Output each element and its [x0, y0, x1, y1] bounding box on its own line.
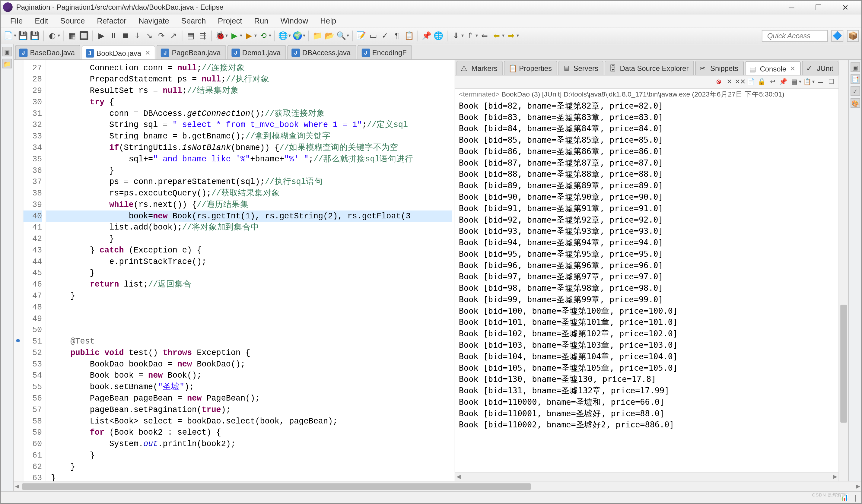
palette-icon[interactable]: 🎨 — [850, 98, 860, 108]
menu-edit[interactable]: Edit — [29, 15, 54, 27]
snip-icon: ✂ — [700, 64, 708, 72]
toggle-icon[interactable]: 🔲 — [78, 30, 89, 41]
minimize-button[interactable]: ─ — [778, 1, 805, 14]
run-last-icon[interactable]: ⟲ — [258, 30, 269, 41]
back-icon[interactable]: ⬅ — [491, 30, 502, 41]
resume-icon[interactable]: ▶ — [96, 30, 107, 41]
editor-tab[interactable]: JBookDao.java✕ — [81, 45, 156, 60]
open-task-icon[interactable]: 📂 — [324, 30, 335, 41]
web-browser-icon[interactable]: 🌐 — [433, 30, 444, 41]
menu-run[interactable]: Run — [248, 15, 274, 27]
debug-icon[interactable]: 🐞 — [215, 30, 226, 41]
menu-window[interactable]: Window — [275, 15, 314, 27]
outline-icon[interactable]: 📑 — [850, 75, 860, 84]
tab-label: EncodingF — [372, 48, 407, 57]
menu-file[interactable]: File — [4, 15, 29, 27]
drop-frame-icon[interactable]: ▤ — [185, 30, 196, 41]
prev-ann-icon[interactable]: ⇑ — [465, 30, 476, 41]
max-view-icon[interactable]: ☐ — [826, 77, 836, 87]
menu-help[interactable]: Help — [314, 15, 342, 27]
skip-breakpoints-icon[interactable]: ▦ — [67, 30, 78, 41]
step-filter-icon[interactable]: ⇶ — [197, 30, 208, 41]
view-tab-data-source-explorer[interactable]: 🗄Data Source Explorer — [605, 61, 694, 75]
editor-tab[interactable]: JPageBean.java — [157, 45, 226, 59]
close-tab-icon[interactable]: ✕ — [145, 49, 150, 57]
restore-view-icon[interactable]: ▣ — [2, 47, 12, 56]
min-view-icon[interactable]: ─ — [816, 77, 825, 87]
pin-console-icon[interactable]: 📌 — [779, 77, 788, 87]
step-over-icon[interactable]: ↷ — [156, 30, 167, 41]
code-area[interactable]: Connection conn = null;//连接对象 PreparedSt… — [46, 60, 455, 482]
project-explorer-icon[interactable]: 📁 — [2, 59, 12, 68]
menubar: FileEditSourceRefactorNavigateSearchProj… — [1, 14, 861, 28]
new-web-icon[interactable]: 🌍 — [292, 30, 303, 41]
tab-label: Properties — [519, 64, 552, 72]
view-tab-junit[interactable]: ✓JUnit — [802, 61, 839, 75]
new-server-icon[interactable]: 🌐 — [277, 30, 288, 41]
show-ws-icon[interactable]: ¶ — [392, 30, 403, 41]
view-tab-properties[interactable]: 📋Properties — [504, 61, 557, 75]
editor-tab[interactable]: JEncodingF — [357, 45, 412, 59]
view-tab-servers[interactable]: 🖥Servers — [559, 61, 604, 75]
restore-right-icon[interactable]: ▣ — [850, 63, 860, 72]
editor-tab[interactable]: JBaseDao.java — [15, 45, 80, 59]
show-source-icon[interactable]: 📋 — [404, 30, 415, 41]
maximize-button[interactable]: ☐ — [805, 1, 832, 14]
perspective-java-icon[interactable]: 📦 — [847, 29, 859, 42]
remove-launch-icon[interactable]: ✕ — [725, 77, 734, 87]
menu-navigate[interactable]: Navigate — [132, 15, 175, 27]
editor-tab[interactable]: JDemo1.java — [227, 45, 286, 59]
suspend-icon[interactable]: ⏸ — [108, 30, 119, 41]
menu-search[interactable]: Search — [175, 15, 212, 27]
last-edit-icon[interactable]: ⇐ — [479, 30, 490, 41]
menu-project[interactable]: Project — [212, 15, 248, 27]
main-toolbar: 📄▾ 💾 💾 ◐▾ ▦ 🔲 ▶ ⏸ ⏹ ⤓ ↘ ↷ ↗ ▤ ⇶ 🐞▾ ▶▾ ▶▾… — [1, 27, 861, 44]
view-tab-markers[interactable]: ⚠Markers — [457, 61, 503, 75]
right-panel: ⚠Markers📋Properties🖥Servers🗄Data Source … — [455, 60, 838, 482]
tab-label: DBAccess.java — [302, 48, 351, 57]
step-into-icon[interactable]: ↘ — [144, 30, 155, 41]
console-vscrollbar[interactable] — [838, 60, 848, 482]
heap-status-icon[interactable]: 📊 — [840, 493, 849, 501]
console-output[interactable]: Book [bid=82, bname=圣墟第82章, price=82.0] … — [455, 100, 838, 472]
new-icon[interactable]: 📄 — [3, 30, 14, 41]
task-list-icon[interactable]: ✓ — [850, 86, 860, 96]
close-button[interactable]: ✕ — [832, 1, 859, 14]
run-icon[interactable]: ▶ — [229, 30, 240, 41]
tab-label: PageBean.java — [172, 48, 221, 57]
coverage-icon[interactable]: ▶ — [244, 30, 254, 41]
word-wrap-icon[interactable]: ↩ — [768, 77, 778, 87]
save-icon[interactable]: 💾 — [17, 30, 28, 41]
annotation-icon[interactable]: 📝 — [356, 30, 367, 41]
clear-console-icon[interactable]: 📄 — [746, 77, 756, 87]
mark-icon[interactable]: ✓ — [380, 30, 390, 41]
console-hscrollbar[interactable]: ◀ ▶ — [455, 472, 838, 482]
terminate-all-icon[interactable]: ⊗ — [714, 77, 723, 87]
close-tab-icon[interactable]: ✕ — [790, 65, 795, 73]
code-editor[interactable]: 2728293031323334353637383940414243444546… — [14, 60, 455, 482]
step-return-icon[interactable]: ↗ — [168, 30, 179, 41]
disconnect-icon[interactable]: ⤓ — [132, 30, 143, 41]
next-ann-icon[interactable]: ⇓ — [450, 30, 461, 41]
save-all-icon[interactable]: 💾 — [29, 30, 40, 41]
quick-access-input[interactable] — [762, 29, 828, 42]
view-tab-snippets[interactable]: ✂Snippets — [695, 61, 743, 75]
view-tab-console[interactable]: ▤Console✕ — [745, 61, 801, 76]
forward-icon[interactable]: ➡ — [506, 30, 517, 41]
block-icon[interactable]: ▭ — [368, 30, 379, 41]
toggle-breadcrumb-icon[interactable]: ◐ — [47, 30, 57, 41]
menu-source[interactable]: Source — [54, 15, 91, 27]
pin-icon[interactable]: 📌 — [421, 30, 432, 41]
remove-all-icon[interactable]: ✕✕ — [735, 77, 745, 87]
display-console-icon[interactable]: ▤ — [789, 77, 799, 87]
perspective-java-ee-icon[interactable]: 🔷 — [831, 29, 843, 42]
search-icon[interactable]: 🔍 — [336, 30, 347, 41]
editor-tab[interactable]: JDBAccess.java — [287, 45, 356, 59]
scroll-lock-icon[interactable]: 🔒 — [757, 77, 767, 87]
editor-hscrollbar[interactable]: ◀ ▶ — [14, 481, 861, 491]
open-type-icon[interactable]: 📁 — [312, 30, 323, 41]
open-console-icon[interactable]: 📋 — [802, 77, 812, 87]
terminate-icon[interactable]: ⏹ — [120, 30, 131, 41]
menu-refactor[interactable]: Refactor — [91, 15, 132, 27]
tab-label: JUnit — [817, 64, 833, 72]
